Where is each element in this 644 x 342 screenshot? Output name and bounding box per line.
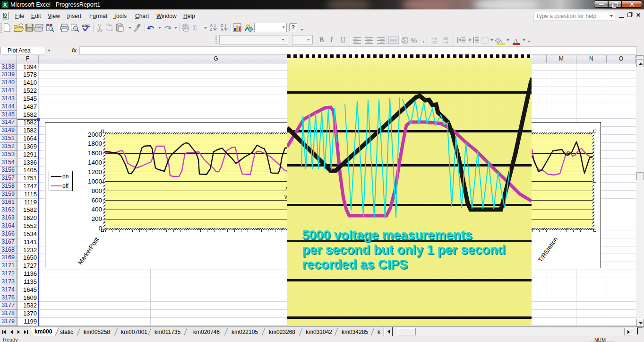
svg-text:A: A: [221, 27, 223, 32]
svg-text:A: A: [514, 37, 518, 44]
svg-text:.00: .00: [431, 40, 437, 44]
svg-text:ABC: ABC: [82, 24, 90, 28]
svg-text:Z: Z: [210, 27, 212, 32]
svg-text:+.0: +.0: [443, 40, 448, 44]
svg-text:%: %: [411, 36, 417, 44]
svg-text:Σ: Σ: [193, 24, 197, 32]
svg-text:$: $: [403, 38, 406, 43]
svg-text:,: ,: [422, 35, 424, 44]
